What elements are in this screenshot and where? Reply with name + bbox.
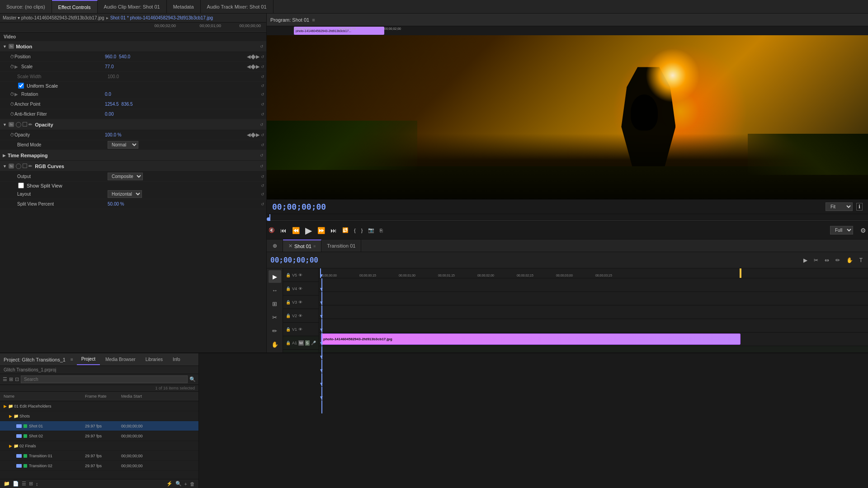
layout-select[interactable]: Horizontal Vertical xyxy=(108,190,142,198)
scale-value[interactable]: 77.0 xyxy=(105,64,247,69)
motion-toggle[interactable]: ▼ xyxy=(3,44,7,49)
tool-roll[interactable]: ⊞ xyxy=(269,297,281,310)
proj-list-view[interactable]: ☰ xyxy=(3,376,7,382)
scale-stopwatch[interactable]: ⏱ xyxy=(10,64,14,69)
export-btn[interactable]: ⎘ xyxy=(378,227,385,234)
scale-reset[interactable]: ↺ xyxy=(261,65,264,69)
time-remap-toggle[interactable]: ▶ xyxy=(3,153,6,158)
new-item-btn[interactable]: 📄 xyxy=(13,481,19,487)
split-percent-value[interactable]: 50.00 % xyxy=(108,202,261,206)
show-split-reset[interactable]: ↺ xyxy=(261,183,264,188)
tab-audio-track-mixer[interactable]: Audio Track Mixer: Shot 01 xyxy=(201,0,274,13)
proj-row-shot02[interactable]: Shot 02 29.97 fps 00;00;00;00 xyxy=(0,431,198,441)
step-forward-btn[interactable]: ⏩ xyxy=(316,226,327,235)
proj-row-shot01[interactable]: Shot 01 29.97 fps 00;00;00;00 xyxy=(0,421,198,431)
tab-source[interactable]: Source: (no clips) xyxy=(0,0,52,13)
shot01-tab-options[interactable]: ≡ xyxy=(313,244,316,249)
timeline-tools-btn[interactable]: ⊕ xyxy=(271,242,279,250)
v4-eye[interactable]: 👁 xyxy=(298,286,302,291)
v5-lock[interactable]: 🔒 xyxy=(286,273,291,277)
loop-btn[interactable]: 🔁 xyxy=(340,226,350,234)
tool-pen[interactable]: ✏ xyxy=(269,324,281,337)
col-frame-rate[interactable]: Frame Rate xyxy=(81,393,118,400)
output-select[interactable]: Composite Luma Alpha xyxy=(108,173,143,180)
antiflicker-val[interactable]: 0.00 xyxy=(105,112,113,117)
tl-hand-btn[interactable]: ✋ xyxy=(844,256,855,264)
position-reset[interactable]: ↺ xyxy=(261,55,264,59)
uniform-scale-checkbox[interactable] xyxy=(18,83,24,89)
time-remap-reset[interactable]: ↺ xyxy=(260,153,264,158)
rgb-curves-reset[interactable]: ↺ xyxy=(260,164,264,169)
tool-select[interactable]: ▶ xyxy=(269,270,281,283)
step-back-btn[interactable]: ⏪ xyxy=(290,226,302,235)
proj-row-transition01[interactable]: Transition 01 29.97 fps 00;00;00;00 xyxy=(0,451,198,461)
settings-btn[interactable]: ⚙ xyxy=(859,226,868,235)
opacity-toggle[interactable]: ▼ xyxy=(3,122,7,127)
anchor-stopwatch[interactable]: ⏱ xyxy=(10,102,14,107)
uniform-scale-reset[interactable]: ↺ xyxy=(261,84,264,88)
tab-metadata[interactable]: Metadata xyxy=(167,0,201,13)
tool-hand[interactable]: ✋ xyxy=(269,338,281,351)
rgb-curves-toggle[interactable]: ▼ xyxy=(3,164,7,169)
split-percent-reset[interactable]: ↺ xyxy=(261,202,264,206)
quality-selector[interactable]: Full1/21/4 xyxy=(830,226,853,235)
opacity-val[interactable]: 100.0 % xyxy=(105,132,122,137)
a1-solo[interactable]: S xyxy=(305,340,310,346)
motion-reset-icon[interactable]: ↺ xyxy=(260,44,264,49)
tl-select-btn[interactable]: ▶ xyxy=(802,256,809,264)
tool-razor[interactable]: ✂ xyxy=(269,311,281,324)
position-stopwatch[interactable]: ⏱ xyxy=(10,54,14,59)
v1-eye[interactable]: 👁 xyxy=(298,327,302,332)
automate-btn[interactable]: ⚡ xyxy=(166,481,173,487)
project-options[interactable]: ≡ xyxy=(71,357,73,362)
scale-keyframe-nav[interactable]: ◀▶ xyxy=(247,64,259,70)
v2-lock[interactable]: 🔒 xyxy=(286,314,291,318)
camera-btn[interactable]: 📷 xyxy=(366,226,376,234)
step-forward-far-btn[interactable]: ⏭ xyxy=(329,226,339,235)
opacity-stopwatch[interactable]: ⏱ xyxy=(10,132,14,137)
opacity-reset[interactable]: ↺ xyxy=(261,133,264,137)
rotation-value[interactable]: 0.0 xyxy=(105,92,261,97)
mark-in-btn[interactable]: { xyxy=(352,227,358,234)
tl-pen-btn[interactable]: ✏ xyxy=(834,256,842,264)
proj-row-transition02[interactable]: Transition 02 29.97 fps 00;00;00;00 xyxy=(0,461,198,471)
opacity-reset-icon[interactable]: ↺ xyxy=(260,122,264,127)
tab-effect-controls[interactable]: Effect Controls xyxy=(52,0,98,13)
position-value[interactable]: 960.0 540.0 xyxy=(105,54,247,59)
tool-ripple[interactable]: ↔ xyxy=(269,284,281,296)
v4-lock[interactable]: 🔒 xyxy=(286,286,291,291)
info-btn[interactable]: ℹ xyxy=(856,203,863,211)
a1-mute[interactable]: M xyxy=(298,340,304,346)
anchor-value[interactable]: 1254.5 836.5 xyxy=(105,102,261,107)
rotation-reset[interactable]: ↺ xyxy=(261,92,264,97)
col-media-start[interactable]: Media Start xyxy=(118,393,158,400)
a1-mic[interactable]: 🎤 xyxy=(311,341,316,345)
split-percent-val[interactable]: 50.00 % xyxy=(108,202,124,206)
scale-val[interactable]: 77.0 xyxy=(105,64,113,69)
proj-tab-media-browser[interactable]: Media Browser xyxy=(101,354,140,365)
position-keyframe-nav[interactable]: ◀▶ xyxy=(247,54,259,60)
timeline-tab-shot01[interactable]: ✕ Shot 01 ≡ xyxy=(283,239,321,252)
tab-audio-clip-mixer[interactable]: Audio Clip Mixer: Shot 01 xyxy=(98,0,167,13)
proj-freeform-view[interactable]: ⊡ xyxy=(15,376,19,382)
v3-eye[interactable]: 👁 xyxy=(298,300,302,305)
proj-search-btn[interactable]: 🔍 xyxy=(189,376,196,382)
output-reset[interactable]: ↺ xyxy=(261,174,264,179)
opacity-keyframe-nav[interactable]: ◀▶ xyxy=(247,132,259,138)
antiflicker-reset[interactable]: ↺ xyxy=(261,112,264,117)
tl-text-btn[interactable]: T xyxy=(858,256,864,264)
play-btn[interactable]: ▶ xyxy=(303,224,314,237)
a1-lock[interactable]: 🔒 xyxy=(286,341,291,345)
col-name[interactable]: Name xyxy=(0,393,81,400)
step-back-far-btn[interactable]: ⏮ xyxy=(278,226,288,235)
sort-btn[interactable]: ↕ xyxy=(36,481,38,487)
layout-reset[interactable]: ↺ xyxy=(261,192,264,197)
rotation-val[interactable]: 0.0 xyxy=(105,92,111,97)
antiflicker-value[interactable]: 0.00 xyxy=(105,112,261,117)
timeline-tab-transition01[interactable]: Transition 01 xyxy=(321,239,361,252)
delete-btn[interactable]: 🗑 xyxy=(190,481,195,487)
rotation-stopwatch[interactable]: ⏱ xyxy=(10,92,14,97)
v1-clip[interactable]: photo-1414604582943-2fd913b3cb17.jpg xyxy=(321,333,741,345)
mark-out-btn[interactable]: } xyxy=(359,227,365,234)
proj-tab-libraries[interactable]: Libraries xyxy=(141,354,167,365)
